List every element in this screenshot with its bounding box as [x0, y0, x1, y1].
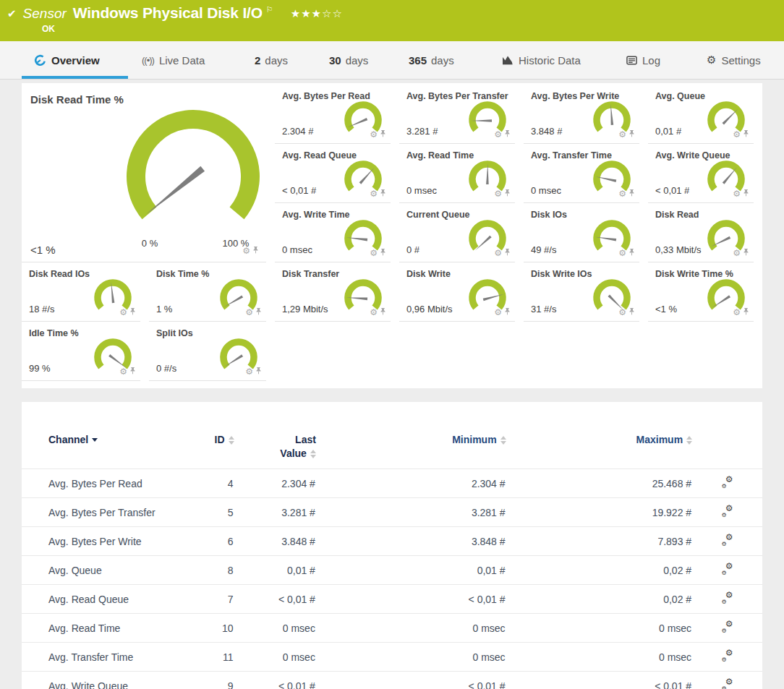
gauge-disk-time: Disk Time % 1 % ⚙	[149, 262, 266, 322]
pin-icon[interactable]	[129, 365, 136, 378]
gear-icon[interactable]: ⚙	[370, 249, 378, 257]
pin-icon[interactable]	[629, 187, 635, 200]
channel-name: Avg. Write Queue	[22, 672, 193, 689]
channel-settings-icon[interactable]: ⚙⚙	[722, 679, 733, 689]
pin-icon[interactable]	[380, 306, 386, 319]
pin-icon[interactable]	[129, 306, 136, 319]
tab-30-days[interactable]: 30 days	[329, 41, 368, 79]
gear-icon[interactable]: ⚙	[494, 308, 502, 317]
gauge-value: 0 msec	[282, 244, 312, 255]
gauge-value: 99 %	[29, 363, 51, 374]
gauge-avg-bytes-per-read: Avg. Bytes Per Read 2.304 # ⚙	[275, 85, 391, 144]
channel-last-value: 2.304 #	[234, 469, 316, 498]
tab-2-days[interactable]: 2 days	[255, 41, 288, 79]
pin-icon[interactable]	[629, 306, 635, 319]
pin-icon[interactable]	[380, 128, 386, 141]
gear-icon[interactable]: ⚙	[618, 308, 626, 317]
pin-icon[interactable]	[255, 365, 262, 378]
pin-icon[interactable]	[743, 128, 749, 141]
gear-icon[interactable]: ⚙	[733, 189, 741, 198]
channel-table: Channel ID Last Value Minimum Maximum	[22, 434, 762, 689]
column-header-minimum[interactable]: Minimum	[316, 434, 506, 469]
channel-id: 4	[193, 469, 234, 498]
gear-icon[interactable]: ⚙	[618, 249, 626, 257]
tab-365-days[interactable]: 365 days	[409, 41, 454, 79]
gear-icon[interactable]: ⚙	[245, 308, 253, 317]
gauge-disk-transfer: Disk Transfer 1,29 Mbit/s ⚙	[275, 262, 391, 322]
pin-icon[interactable]	[504, 187, 511, 200]
column-header-last-value[interactable]: Last Value	[234, 434, 316, 469]
pin-icon[interactable]	[743, 247, 749, 260]
channel-id: 11	[193, 643, 234, 672]
gauge-value: 0,01 #	[655, 126, 681, 137]
table-row-avg-write-queue: Avg. Write Queue 9 < 0,01 # < 0,01 # < 0…	[22, 672, 762, 689]
gear-icon[interactable]: ⚙	[733, 130, 741, 139]
gauge-title: Avg. Write Time	[282, 210, 350, 220]
tab-log[interactable]: Log	[626, 41, 660, 79]
pin-icon[interactable]	[504, 128, 511, 141]
channel-settings-icon[interactable]: ⚙⚙	[722, 505, 733, 517]
gauge-value: 0,96 Mbit/s	[406, 304, 453, 314]
sort-icon	[686, 436, 692, 445]
column-header-id[interactable]: ID	[193, 434, 234, 469]
gear-icon[interactable]: ⚙	[494, 249, 502, 257]
gauge-current-queue: Current Queue 0 # ⚙	[399, 203, 515, 262]
tab-live-data[interactable]: ((•)) Live Data	[142, 41, 205, 79]
channel-maximum: 0,02 #	[506, 556, 693, 585]
pin-icon[interactable]	[504, 247, 511, 260]
tab-bar: Overview ((•)) Live Data 2 days 30 days …	[0, 41, 784, 80]
gear-icon[interactable]: ⚙	[494, 130, 502, 139]
gear-icon[interactable]: ⚙	[370, 308, 378, 317]
gauge-value: 18 #/s	[29, 304, 54, 314]
gauge-avg-queue: Avg. Queue 0,01 # ⚙	[648, 85, 754, 144]
gauge-icon	[34, 54, 46, 67]
channel-settings-icon[interactable]: ⚙⚙	[722, 650, 733, 662]
pin-icon[interactable]	[504, 306, 511, 319]
big-gauge-dial	[117, 106, 269, 236]
column-header-channel[interactable]: Channel	[22, 434, 193, 469]
pin-icon[interactable]	[252, 244, 259, 257]
channel-maximum: 7.893 #	[506, 527, 693, 556]
channel-last-value: 3.848 #	[234, 527, 316, 556]
channel-id: 10	[193, 614, 234, 643]
tab-settings[interactable]: ⚙ Settings	[707, 41, 761, 79]
gauge-avg-write-time: Avg. Write Time 0 msec ⚙	[275, 203, 391, 262]
gauge-title: Disk Read Time %	[30, 93, 124, 106]
flag-icon[interactable]: ⚐	[266, 5, 273, 14]
gauge-title: Disk Time %	[156, 269, 209, 279]
gear-icon[interactable]: ⚙	[370, 189, 378, 198]
table-row-avg-bytes-per-transfer: Avg. Bytes Per Transfer 5 3.281 # 3.281 …	[22, 498, 762, 527]
channel-name: Avg. Bytes Per Write	[22, 527, 193, 556]
column-header-maximum[interactable]: Maximum	[506, 434, 693, 469]
sensor-kicker: Sensor	[23, 6, 67, 22]
tab-historic-data[interactable]: Historic Data	[502, 41, 581, 79]
tab-overview[interactable]: Overview	[34, 41, 100, 79]
pin-icon[interactable]	[629, 128, 635, 141]
gear-icon[interactable]: ⚙	[733, 308, 741, 317]
channel-settings-icon[interactable]: ⚙⚙	[722, 534, 733, 546]
gear-icon[interactable]: ⚙	[242, 247, 250, 255]
gear-icon[interactable]: ⚙	[245, 367, 253, 376]
channel-minimum: 0 msec	[316, 643, 506, 672]
priority-stars[interactable]: ★★★☆☆	[291, 7, 343, 20]
channel-settings-icon[interactable]: ⚙⚙	[722, 592, 733, 604]
channel-settings-icon[interactable]: ⚙⚙	[722, 476, 733, 488]
pin-icon[interactable]	[743, 187, 749, 200]
pin-icon[interactable]	[380, 187, 386, 200]
gear-icon[interactable]: ⚙	[119, 308, 127, 317]
gear-icon[interactable]: ⚙	[370, 130, 378, 139]
channel-settings-icon[interactable]: ⚙⚙	[722, 563, 733, 575]
sensor-title: Windows Physical Disk I/O	[73, 4, 263, 22]
gear-icon[interactable]: ⚙	[618, 189, 626, 198]
pin-icon[interactable]	[629, 247, 635, 260]
channel-maximum: 0 msec	[506, 643, 693, 672]
pin-icon[interactable]	[743, 306, 749, 319]
channel-table-panel: Channel ID Last Value Minimum Maximum	[22, 402, 762, 689]
gear-icon[interactable]: ⚙	[618, 130, 626, 139]
gear-icon[interactable]: ⚙	[733, 249, 741, 257]
gear-icon[interactable]: ⚙	[119, 367, 127, 376]
gear-icon[interactable]: ⚙	[494, 189, 502, 198]
pin-icon[interactable]	[255, 306, 262, 319]
channel-settings-icon[interactable]: ⚙⚙	[722, 621, 733, 633]
pin-icon[interactable]	[380, 247, 386, 260]
